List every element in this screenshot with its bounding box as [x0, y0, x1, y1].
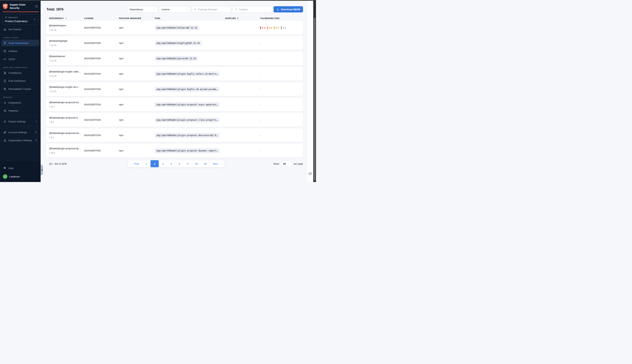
purl-chip[interactable]: pkg:npm/%40babel/highlight@7.22.20	[155, 41, 202, 45]
sidebar-item-pipelines[interactable]: Pipelines	[2, 107, 39, 114]
table-row[interactable]: @babel/plugin-proposal-as...7.20.7NOASSE…	[46, 98, 303, 112]
purl-cell: pkg:npm/%40babel/plugin-proposal-async-g…	[155, 102, 225, 107]
dependency-name: @babel/plugin-proposal-de...	[49, 132, 84, 134]
table-row[interactable]: @babel/plugin-bugfix-v8-s...7.22.15NOASS…	[46, 82, 303, 96]
right-gutter	[307, 1, 313, 182]
package-manager-input[interactable]	[198, 8, 229, 11]
page-scrollbar[interactable]	[313, 1, 316, 182]
sidebar-item-artifacts[interactable]: Artifacts	[2, 48, 39, 54]
dependency-filter-select[interactable]: Dependency	[127, 6, 158, 12]
license-value: NOASSERTION	[84, 103, 119, 106]
table-row[interactable]: @babel/plugin-proposal-de...7.8.3NOASSER…	[46, 128, 303, 142]
sort-both-icon	[237, 17, 238, 20]
severity-bar	[274, 26, 275, 29]
page-button-5[interactable]: 5	[175, 160, 184, 167]
prev-page-button[interactable]: ←Prev	[128, 160, 142, 167]
column-header-package-manager: PACKAGE MANAGER	[119, 17, 155, 20]
purl-chip[interactable]: pkg:npm/%40babel/parser@7.22.16	[155, 56, 198, 61]
table-row[interactable]: @babel/plugin-proposal-dy...7.18.6NOASSE…	[46, 144, 303, 158]
nav-section-label: RISK AND COMPLIANCE	[3, 66, 37, 68]
column-header-dependency[interactable]: DEPENDENCY	[49, 17, 84, 20]
table-row[interactable]: @babel/helpers7.22.15NOASSERTIONnpmpkg:n…	[46, 21, 303, 34]
sidebar-item-compliance[interactable]: Compliance	[2, 70, 39, 76]
chat-support-icon[interactable]	[308, 172, 312, 176]
license-value: NOASSERTION	[84, 42, 119, 44]
column-header-vulnerabilities: VULNERABILITIES	[260, 17, 300, 20]
purl-chip[interactable]: pkg:npm/%40babel/plugin-bugfix-safari-id…	[155, 72, 219, 76]
vulnerabilities-empty: -	[260, 134, 261, 137]
page-button-3[interactable]: 3	[159, 160, 167, 167]
page-button-94[interactable]: 94	[201, 160, 210, 167]
vulnerabilities-cell: -	[260, 149, 300, 152]
sidebar-item-help[interactable]: ? Help	[2, 165, 39, 172]
table-row[interactable]: @babel/parser7.22.16NOASSERTIONnpmpkg:np…	[46, 52, 303, 65]
vulnerabilities-cell: C0H0M3L0	[260, 26, 300, 29]
license-filter-select[interactable]: License	[159, 6, 190, 12]
license-value: NOASSERTION	[84, 72, 119, 75]
vulnerabilities-cell: -	[260, 134, 300, 137]
page-size-select[interactable]: 20	[281, 161, 292, 166]
info-icon[interactable]	[35, 131, 37, 134]
dependency-version: 7.20.7	[49, 106, 84, 108]
sidebar-item-remediation-tracker[interactable]: Remediation Tracker	[2, 86, 39, 92]
scrollbar-thumb[interactable]	[314, 18, 316, 180]
doc-search-icon	[3, 71, 6, 74]
sidebar-item-label: Rule Definitions	[8, 80, 26, 82]
table-row[interactable]: @babel/plugin-bugfix-safar...7.22.15NOAS…	[46, 67, 303, 81]
sidebar-item-rule-definitions[interactable]: Rule Definitions	[2, 78, 39, 84]
table-header: DEPENDENCY LICENSE PACKAGE MANAGER PURL …	[46, 17, 303, 20]
purl-chip[interactable]: pkg:npm/%40babel/plugin-bugfix-v8-spread…	[155, 87, 219, 92]
package-manager-value: npm	[119, 134, 155, 137]
table-row[interactable]: @babel/plugin-proposal-cl...7.8.3NOASSER…	[46, 113, 303, 127]
browser-top-bar	[0, 0, 316, 1]
sidebar-item-cicd[interactable]: CI/CD	[2, 56, 39, 62]
vulnerabilities-empty: -	[260, 57, 261, 60]
page-button-93[interactable]: 93	[192, 160, 201, 167]
purl-cell: pkg:npm/%40babel/plugin-proposal-decorat…	[155, 133, 225, 138]
dependency-cell: @babel/plugin-proposal-cl...7.8.3	[49, 116, 84, 124]
info-icon[interactable]	[35, 139, 37, 142]
purl-chip[interactable]: pkg:npm/%40babel/plugin-proposal-class-p…	[155, 118, 219, 122]
avatar: L	[3, 174, 7, 179]
project-name: Product Exploratory	[5, 20, 33, 23]
table-footer: (21 - 40) of 1876 ←Prev12345•••9394Next→…	[46, 160, 303, 167]
vulnerabilities-cell: -	[260, 103, 300, 106]
next-page-button[interactable]: Next→	[210, 160, 224, 167]
supplier-search	[232, 6, 272, 12]
gear-icon	[3, 120, 6, 123]
table-row[interactable]: @babel/highlight7.22.20NOASSERTIONnpmpkg…	[46, 36, 303, 50]
sidebar-item-account-settings[interactable]: Account Settings	[2, 129, 39, 136]
org-settings-icon	[3, 139, 6, 142]
page-button-4[interactable]: 4	[167, 160, 175, 167]
sidebar-collapse-handle[interactable]	[40, 164, 43, 175]
user-menu[interactable]: L Lavakush	[0, 173, 40, 180]
severity-c-badge: C0	[260, 26, 265, 29]
supplier-input[interactable]	[239, 8, 270, 11]
sidebar-item-organization-settings[interactable]: Organization Settings	[2, 137, 39, 144]
vulnerability-badges: C0H0M3L0	[260, 26, 300, 29]
purl-chip[interactable]: pkg:npm/%40babel/plugin-proposal-async-g…	[155, 102, 219, 107]
purl-chip[interactable]: pkg:npm/%40babel/plugin-proposal-decorat…	[155, 133, 219, 138]
project-selector[interactable]: PROJECT Product Exploratory	[2, 14, 38, 24]
column-header-supplier[interactable]: SUPPLIER	[225, 17, 260, 20]
purl-chip[interactable]: pkg:npm/%40babel/helpers@7.22.15	[155, 26, 199, 30]
dependency-cell: @babel/plugin-proposal-dy...7.18.6	[49, 147, 84, 154]
vulnerabilities-empty: -	[260, 103, 261, 106]
pagination-range: (21 - 40) of 1876	[46, 162, 128, 165]
sidebar-footer: ? Help L Lavakush	[0, 162, 40, 182]
page-button-2[interactable]: 2	[150, 160, 159, 167]
dependency-name: @babel/plugin-proposal-dy...	[49, 147, 84, 150]
sidebar-item-label: Artifacts	[8, 50, 18, 52]
total-count: Total: 1876	[46, 8, 64, 11]
sidebar-item-integrations[interactable]: Integrations	[2, 99, 39, 106]
download-sbom-button[interactable]: Download SBOM	[274, 6, 303, 12]
severity-bar	[267, 26, 268, 29]
sidebar-item-project-settings[interactable]: Project Settings	[2, 118, 39, 125]
purl-chip[interactable]: pkg:npm/%40babel/plugin-proposal-dynamic…	[155, 148, 219, 153]
sidebar-item-code-repositories[interactable]: Code Repositories	[2, 40, 39, 46]
purl-cell: pkg:npm/%40babel/plugin-proposal-class-p…	[155, 118, 225, 122]
toolbar: Total: 1876 Dependency License Download …	[46, 6, 303, 12]
sidebar-item-get-started[interactable]: Get Started	[2, 26, 39, 32]
app-grid-icon[interactable]	[35, 5, 38, 8]
page-button-1[interactable]: 1	[142, 160, 150, 167]
